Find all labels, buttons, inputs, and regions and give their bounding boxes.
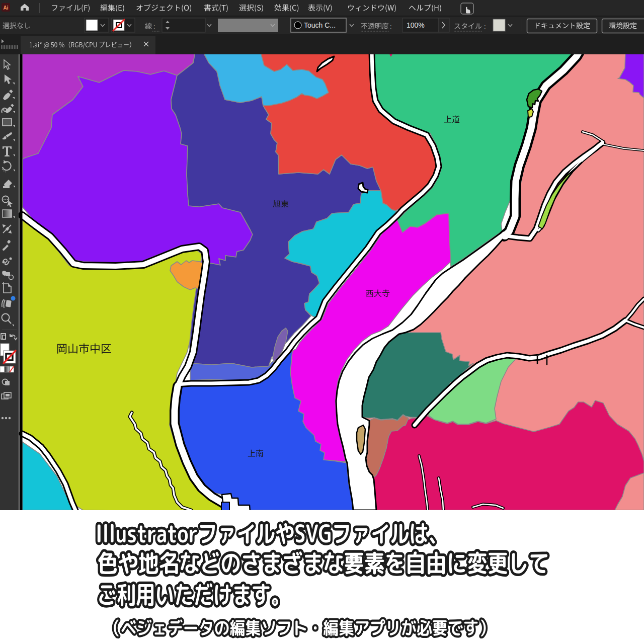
svg-text:Touch C...: Touch C... — [304, 21, 336, 29]
svg-text::: : — [484, 23, 486, 30]
svg-text::: : — [390, 23, 392, 30]
svg-text:100%: 100% — [407, 21, 425, 29]
svg-text::: : — [153, 23, 155, 30]
